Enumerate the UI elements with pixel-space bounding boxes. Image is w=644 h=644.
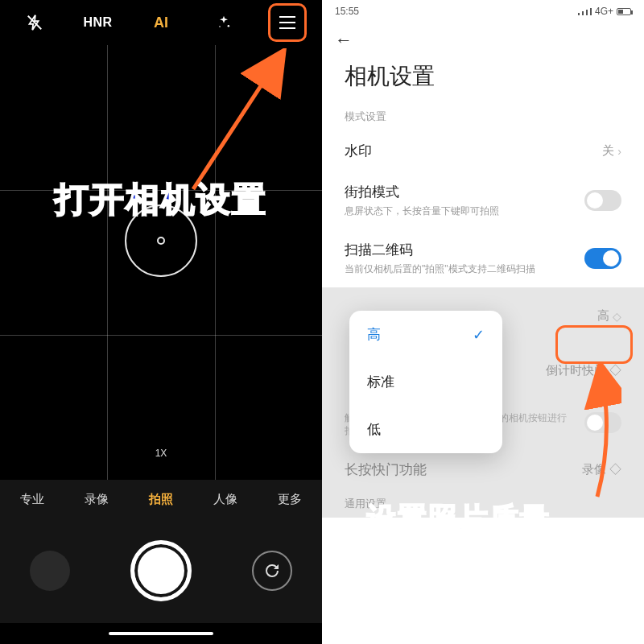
svg-point-2 bbox=[220, 26, 221, 27]
street-toggle[interactable] bbox=[584, 190, 621, 211]
shutter-button[interactable] bbox=[130, 540, 192, 601]
qrcode-title: 扫描二维码 bbox=[345, 241, 575, 259]
back-row: ← bbox=[322, 23, 644, 58]
gallery-thumbnail[interactable] bbox=[30, 551, 70, 591]
grid-line bbox=[0, 335, 322, 336]
check-icon: ✓ bbox=[473, 326, 485, 344]
signal-icon bbox=[578, 7, 592, 15]
mode-more[interactable]: 更多 bbox=[278, 492, 302, 507]
mode-portrait[interactable]: 人像 bbox=[213, 492, 237, 507]
status-time: 15:55 bbox=[335, 6, 359, 17]
flip-camera-button[interactable] bbox=[252, 551, 292, 591]
watermark-title: 水印 bbox=[345, 142, 592, 160]
shutter-row bbox=[0, 518, 322, 623]
qrcode-toggle[interactable] bbox=[584, 248, 621, 269]
row-longpress[interactable]: 长按快门功能 录像 ◇ bbox=[322, 449, 644, 490]
home-indicator[interactable] bbox=[0, 623, 322, 644]
flash-off-icon[interactable] bbox=[15, 3, 54, 42]
hnr-button[interactable]: HNR bbox=[79, 3, 118, 42]
focus-dot-icon bbox=[157, 237, 165, 245]
flip-icon bbox=[262, 561, 282, 580]
ai-button[interactable]: AI bbox=[142, 3, 180, 42]
longpress-title: 长按快门功能 bbox=[345, 460, 572, 479]
filter-icon[interactable] bbox=[204, 3, 243, 42]
camera-viewfinder[interactable]: 1X bbox=[0, 45, 322, 480]
focus-ring[interactable] bbox=[125, 204, 197, 277]
chevron-updown-icon: ◇ bbox=[613, 310, 621, 323]
camera-topbar: HNR AI bbox=[0, 0, 322, 45]
longpress-value: 录像 ◇ bbox=[582, 462, 621, 477]
page-title: 相机设置 bbox=[322, 58, 644, 103]
grid-line bbox=[107, 45, 108, 480]
row-watermark[interactable]: 水印 关› bbox=[322, 130, 644, 171]
zoom-indicator[interactable]: 1X bbox=[155, 448, 167, 459]
status-bar: 15:55 4G+ bbox=[322, 0, 644, 23]
svg-point-1 bbox=[228, 25, 230, 27]
camera-app: HNR AI 1X 专业 录像 拍照 人像 更多 打 bbox=[0, 0, 322, 644]
qrcode-sub: 当前仅相机后置的"拍照"模式支持二维码扫描 bbox=[345, 262, 575, 276]
section-mode-label: 模式设置 bbox=[322, 103, 644, 130]
quality-option-high[interactable]: 高✓ bbox=[349, 311, 502, 358]
hamburger-icon bbox=[279, 16, 295, 29]
tapcapture-toggle[interactable] bbox=[584, 412, 621, 433]
camera-mode-strip: 专业 录像 拍照 人像 更多 bbox=[0, 480, 322, 518]
chevron-right-icon: › bbox=[617, 145, 621, 158]
row-qrcode[interactable]: 扫描二维码 当前仅相机后置的"拍照"模式支持二维码扫描 bbox=[322, 229, 644, 287]
watermark-value: 关 bbox=[602, 143, 614, 159]
section-general-label: 通用设置 bbox=[322, 490, 644, 518]
timer-value: 倒计时快门 ◇ bbox=[546, 363, 621, 378]
quality-option-standard[interactable]: 标准 bbox=[349, 358, 502, 406]
quality-value: 高 bbox=[597, 308, 609, 324]
quality-popup: 高✓ 标准 低 bbox=[349, 311, 502, 453]
mode-video[interactable]: 录像 bbox=[85, 492, 109, 507]
grid-line bbox=[0, 190, 322, 191]
battery-icon bbox=[617, 8, 631, 15]
street-sub: 息屏状态下，长按音量下键即可拍照 bbox=[345, 204, 575, 218]
network-label: 4G+ bbox=[595, 6, 613, 17]
settings-menu-button[interactable] bbox=[268, 3, 307, 42]
quality-option-low[interactable]: 低 bbox=[349, 406, 502, 453]
mode-pro[interactable]: 专业 bbox=[20, 492, 44, 507]
street-title: 街拍模式 bbox=[345, 183, 575, 201]
mode-photo[interactable]: 拍照 bbox=[149, 492, 173, 507]
back-button[interactable]: ← bbox=[335, 30, 353, 51]
camera-settings-page: 15:55 4G+ ← 相机设置 模式设置 水印 关› 街拍模式 息屏状态下，长… bbox=[322, 0, 644, 644]
row-street-mode[interactable]: 街拍模式 息屏状态下，长按音量下键即可拍照 bbox=[322, 171, 644, 229]
grid-line bbox=[215, 45, 216, 480]
